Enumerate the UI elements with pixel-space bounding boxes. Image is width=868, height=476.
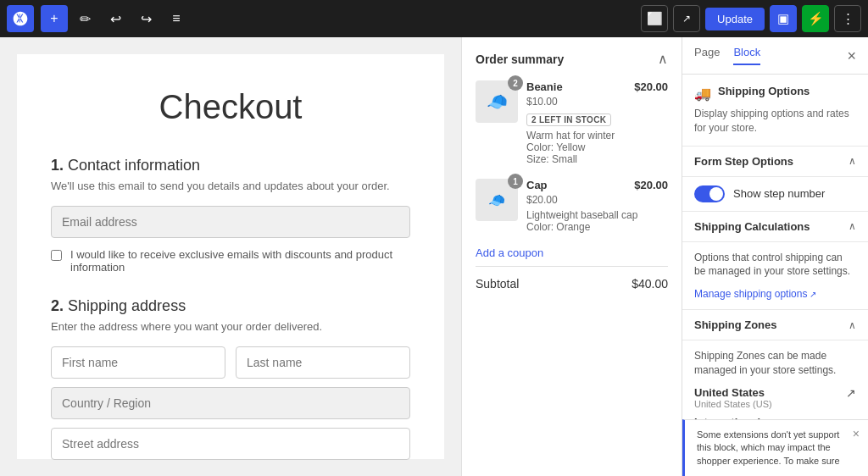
country-row xyxy=(51,387,410,419)
wp-logo-icon xyxy=(12,10,29,27)
show-step-number-toggle[interactable] xyxy=(694,185,725,202)
shipping-options-title: Shipping Options xyxy=(718,85,810,97)
order-summary-header: Order summary ∧ xyxy=(476,51,668,67)
wp-logo-button[interactable] xyxy=(7,5,34,32)
add-block-button[interactable]: + xyxy=(41,5,68,32)
item-base-price: $10.00 xyxy=(526,96,668,108)
shipping-calc-title: Shipping Calculations xyxy=(694,220,810,233)
sidebar-tabs: Page Block xyxy=(694,46,760,65)
view-button[interactable]: ⬜ xyxy=(641,5,668,32)
order-summary-panel: Order summary ∧ 🧢 2 Beanie $20.00 $10.00… xyxy=(461,37,682,476)
form-step-options-header[interactable]: Form Step Options ∧ xyxy=(682,147,868,177)
sidebar-close-button[interactable]: × xyxy=(847,48,856,64)
undo-icon: ↩ xyxy=(110,11,121,27)
shipping-calc-desc: Options that control shipping can be man… xyxy=(694,251,856,280)
section1-subtitle: We'll use this email to send you details… xyxy=(51,180,410,192)
toggle-row: Show step number xyxy=(694,185,856,202)
item-price: $20.00 xyxy=(634,179,668,191)
more-icon: ⋮ xyxy=(842,11,854,26)
last-name-input[interactable] xyxy=(236,346,410,379)
sidebar-header: Page Block × xyxy=(682,37,868,75)
checkout-title: Checkout xyxy=(51,88,410,126)
stock-badge: 2 LEFT IN STOCK xyxy=(526,113,611,126)
notification-close-button[interactable]: × xyxy=(853,427,860,440)
shipping-zones-header[interactable]: Shipping Zones ∧ xyxy=(682,310,868,340)
chevron-up-icon: ∧ xyxy=(849,319,856,331)
list-icon: ≡ xyxy=(172,11,180,26)
newsletter-checkbox[interactable] xyxy=(51,250,62,261)
main-layout: Checkout 1. Contact information We'll us… xyxy=(0,37,868,476)
zone-us-external-button[interactable]: ↗ xyxy=(846,386,856,400)
shipping-icon: 🚚 xyxy=(694,86,711,102)
add-coupon-link[interactable]: Add a coupon xyxy=(476,246,668,259)
street-input[interactable] xyxy=(51,428,410,460)
item-base-price: $20.00 xyxy=(526,194,668,206)
zones-desc: Shipping Zones can be made managed in yo… xyxy=(694,349,856,378)
more-options-button[interactable]: ⋮ xyxy=(834,5,861,32)
sidebar-panel: Page Block × 🚚 Shipping Options Display … xyxy=(682,37,868,476)
country-input[interactable] xyxy=(51,387,410,419)
section2-heading: 2. Shipping address xyxy=(51,297,410,315)
section1-heading: 1. Contact information xyxy=(51,157,410,174)
street-row xyxy=(51,428,410,460)
item-description: Warm hat for winterColor: YellowSize: Sm… xyxy=(526,130,668,165)
form-step-options-content: Show step number xyxy=(682,177,868,212)
checkbox-label: I would like to receive exclusive emails… xyxy=(70,248,410,274)
lightning-icon: ⚡ xyxy=(808,11,824,26)
chevron-up-icon: ∧ xyxy=(849,155,856,167)
external-view-button[interactable]: ↗ xyxy=(673,5,700,32)
tab-block[interactable]: Block xyxy=(733,46,760,65)
edit-button[interactable]: ✏ xyxy=(71,5,98,32)
item-description: Lightweight baseball capColor: Orange xyxy=(526,209,668,233)
redo-button[interactable]: ↪ xyxy=(132,5,159,32)
item-image-wrap: 🧢 2 xyxy=(476,80,518,165)
item-badge: 1 xyxy=(508,174,523,189)
section2-subtitle: Enter the address where you want your or… xyxy=(51,320,410,333)
shipping-calculations-header[interactable]: Shipping Calculations ∧ xyxy=(682,212,868,242)
shipping-options-top: 🚚 Shipping Options xyxy=(694,85,856,102)
editor-area: Checkout 1. Contact information We'll us… xyxy=(0,37,461,476)
zone-us-sub: United States (US) xyxy=(694,399,772,409)
sidebar-icon: ▣ xyxy=(777,11,789,26)
show-step-number-label: Show step number xyxy=(733,187,825,200)
external-icon: ↗ xyxy=(682,13,691,25)
plus-icon: + xyxy=(50,11,58,26)
item-name: Cap xyxy=(526,179,548,191)
subtotal-row: Subtotal $40.00 xyxy=(476,266,668,291)
item-details: Cap $20.00 $20.00 Lightweight baseball c… xyxy=(526,179,668,233)
item-name-price: Cap $20.00 xyxy=(526,179,668,191)
first-name-input[interactable] xyxy=(51,346,225,379)
zone-item-us: United States United States (US) ↗ xyxy=(694,386,856,409)
order-item: 🧢 2 Beanie $20.00 $10.00 2 LEFT IN STOCK… xyxy=(476,80,668,165)
notification-bar: Some extensions don't yet support this b… xyxy=(682,419,868,476)
editor-content: Checkout 1. Contact information We'll us… xyxy=(17,54,444,459)
sidebar-toggle-button[interactable]: ▣ xyxy=(770,5,797,32)
update-button[interactable]: Update xyxy=(705,8,765,30)
subtotal-value: $40.00 xyxy=(632,277,668,291)
item-image-wrap: 🧢 1 xyxy=(476,179,518,233)
shipping-options-section: 🚚 Shipping Options Display shipping opti… xyxy=(682,75,868,147)
toolbar: + ✏ ↩ ↪ ≡ ⬜ ↗ Update ▣ ⚡ ⋮ xyxy=(0,0,868,37)
edit-icon: ✏ xyxy=(80,11,91,27)
subtotal-label: Subtotal xyxy=(476,277,519,291)
tab-page[interactable]: Page xyxy=(694,46,720,65)
undo-button[interactable]: ↩ xyxy=(102,5,129,32)
shipping-calc-content: Options that control shipping can be man… xyxy=(682,242,868,311)
item-price: $20.00 xyxy=(634,80,668,93)
lightning-button[interactable]: ⚡ xyxy=(802,5,829,32)
redo-icon: ↪ xyxy=(141,11,152,27)
item-name: Beanie xyxy=(526,80,563,93)
shipping-zones-title: Shipping Zones xyxy=(694,318,777,331)
item-badge: 2 xyxy=(508,75,523,91)
shipping-address-section: 2. Shipping address Enter the address wh… xyxy=(51,297,410,460)
manage-shipping-link[interactable]: Manage shipping options xyxy=(694,288,816,300)
list-view-button[interactable]: ≡ xyxy=(163,5,190,32)
form-step-title: Form Step Options xyxy=(694,155,793,168)
notification-text: Some extensions don't yet support this b… xyxy=(697,429,840,466)
email-row xyxy=(51,206,410,238)
item-name-price: Beanie $20.00 xyxy=(526,80,668,93)
chevron-up-icon: ∧ xyxy=(849,220,856,232)
email-input[interactable] xyxy=(51,206,410,238)
contact-info-section: 1. Contact information We'll use this em… xyxy=(51,157,410,274)
order-toggle-button[interactable]: ∧ xyxy=(658,51,668,67)
